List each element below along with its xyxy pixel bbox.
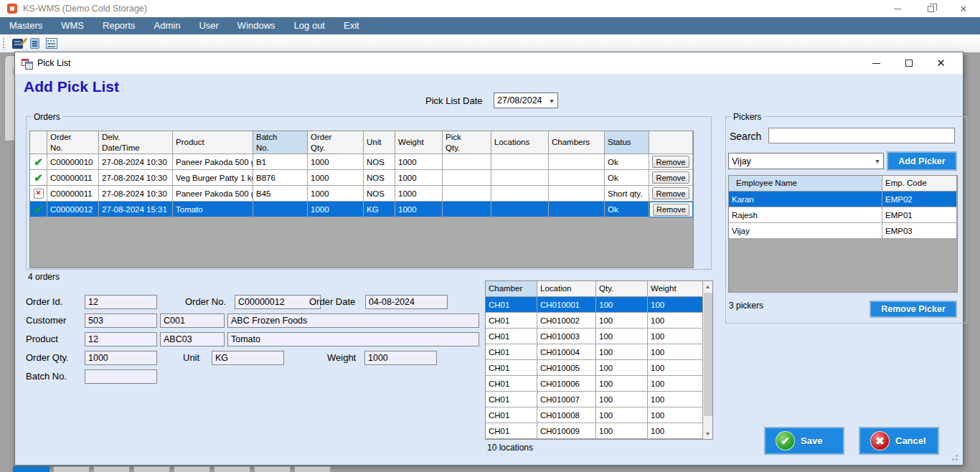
data-grid-icon[interactable]: [44, 37, 60, 51]
customer-code-field[interactable]: [160, 313, 225, 328]
orders-column-header[interactable]: [30, 131, 47, 154]
grid-cell[interactable]: C00000010: [47, 154, 99, 170]
toolbar-grip[interactable]: [2, 37, 5, 50]
grid-cell[interactable]: Ok: [605, 202, 649, 217]
picker-select-combo[interactable]: Vijay ▾: [728, 153, 884, 169]
grid-cell[interactable]: CH010005: [537, 360, 596, 376]
grid-cell[interactable]: 100: [648, 297, 703, 313]
orders-column-header[interactable]: Order No.: [47, 131, 99, 154]
grid-cell[interactable]: EMP01: [882, 207, 957, 223]
document-list-icon[interactable]: [27, 37, 42, 51]
grid-cell[interactable]: [443, 186, 491, 202]
grid-cell[interactable]: KG: [364, 202, 395, 217]
grid-cell[interactable]: 27-08-2024 10:30: [99, 186, 173, 202]
grid-cell[interactable]: 100: [596, 376, 648, 392]
product-name-field[interactable]: [227, 332, 479, 346]
grid-cell[interactable]: 100: [596, 313, 648, 329]
scroll-up-icon[interactable]: ▲: [703, 281, 712, 292]
grid-cell[interactable]: [443, 154, 491, 170]
mdi-tab[interactable]: [214, 466, 250, 472]
grid-cell[interactable]: NOS: [364, 154, 395, 170]
grid-cell[interactable]: NOS: [364, 186, 395, 202]
grid-cell[interactable]: [549, 154, 605, 170]
resize-grip[interactable]: [950, 453, 958, 461]
grid-cell[interactable]: [491, 154, 549, 170]
grid-cell[interactable]: ✔: [30, 154, 47, 170]
locations-column-header[interactable]: Qty.: [596, 281, 648, 297]
menu-item-wms[interactable]: WMS: [52, 17, 93, 34]
location-row[interactable]: CH01CH010001100100: [486, 297, 712, 313]
location-row[interactable]: CH01CH010002100100: [486, 313, 712, 329]
mdi-tab[interactable]: [174, 466, 210, 472]
grid-cell[interactable]: 1000: [395, 170, 443, 186]
cancel-button[interactable]: ✖ Cancel: [859, 428, 938, 454]
orders-column-header[interactable]: Weight: [395, 131, 443, 154]
orders-column-header[interactable]: Unit: [364, 131, 395, 154]
grid-cell[interactable]: CH01: [486, 376, 537, 392]
grid-cell[interactable]: 100: [596, 360, 648, 376]
mdi-tab[interactable]: [294, 466, 331, 472]
grid-cell[interactable]: 1000: [308, 170, 364, 186]
orders-column-header[interactable]: Pick Qty.: [443, 131, 491, 154]
grid-cell[interactable]: CH010006: [537, 376, 596, 392]
grid-cell[interactable]: CH010007: [537, 392, 596, 407]
remove-order-button[interactable]: Remove: [652, 156, 689, 168]
picker-row[interactable]: VijayEMP03: [729, 223, 957, 239]
pickers-column-header[interactable]: Emp. Code: [882, 176, 957, 192]
weight-field[interactable]: [364, 351, 437, 365]
grid-cell[interactable]: Karan: [729, 192, 882, 207]
grid-cell[interactable]: CH01: [486, 392, 537, 407]
location-row[interactable]: CH01CH010004100100: [486, 344, 712, 360]
grid-cell[interactable]: 27-08-2024 10:30: [99, 170, 173, 186]
grid-cell[interactable]: [491, 186, 549, 202]
grid-cell[interactable]: 100: [648, 423, 703, 439]
grid-cell[interactable]: Remove: [649, 186, 693, 202]
location-row[interactable]: CH01CH010003100100: [486, 329, 712, 344]
mdi-tab[interactable]: [93, 466, 130, 472]
mdi-tab[interactable]: [254, 466, 291, 472]
orders-column-header[interactable]: Chambers: [549, 131, 605, 154]
grid-cell[interactable]: 100: [648, 313, 703, 329]
orders-column-header[interactable]: Locations: [491, 131, 549, 154]
grid-cell[interactable]: 100: [596, 297, 648, 313]
grid-cell[interactable]: ✔: [30, 202, 47, 217]
grid-cell[interactable]: 1000: [395, 186, 443, 202]
remove-order-button[interactable]: Remove: [653, 204, 689, 216]
pickers-column-header[interactable]: Employee Name: [729, 176, 882, 192]
locations-column-header[interactable]: Location: [537, 281, 596, 297]
main-close-button[interactable]: ✕: [947, 0, 980, 17]
grid-cell[interactable]: CH010008: [537, 407, 596, 423]
grid-cell[interactable]: Vijay: [729, 223, 882, 239]
order-id-field[interactable]: [85, 295, 157, 309]
grid-cell[interactable]: 100: [648, 392, 703, 407]
scrollbar-thumb[interactable]: [704, 293, 712, 416]
grid-cell[interactable]: 27-08-2024 15:31: [99, 202, 173, 217]
book-pencil-icon[interactable]: [9, 37, 25, 51]
orders-column-header[interactable]: Product: [173, 131, 253, 154]
menu-item-windows[interactable]: Windows: [228, 17, 285, 34]
dialog-minimize-button[interactable]: [860, 53, 892, 73]
main-restore-button[interactable]: [914, 0, 947, 17]
grid-cell[interactable]: B1: [253, 154, 308, 170]
mdi-tab[interactable]: [13, 466, 50, 472]
grid-cell[interactable]: Paneer Pakoda 500 g: [173, 154, 253, 170]
orders-column-header[interactable]: [649, 131, 693, 154]
grid-cell[interactable]: Short qty.: [605, 186, 649, 202]
mdi-tab[interactable]: [53, 466, 90, 472]
remove-order-button[interactable]: Remove: [652, 187, 689, 199]
main-minimize-button[interactable]: [881, 0, 914, 17]
order-date-field[interactable]: [365, 295, 448, 309]
grid-cell[interactable]: CH01: [486, 407, 537, 423]
grid-cell[interactable]: CH010009: [537, 423, 596, 439]
orders-row[interactable]: ✔C0000001227-08-2024 15:31Tomato1000KG10…: [30, 202, 693, 217]
search-input[interactable]: [768, 128, 955, 143]
grid-cell[interactable]: 100: [648, 329, 703, 344]
orders-column-header[interactable]: Batch No.: [253, 131, 308, 154]
grid-cell[interactable]: CH01: [486, 423, 537, 439]
batch-no-field[interactable]: [85, 369, 157, 384]
picker-row[interactable]: RajeshEMP01: [729, 207, 957, 223]
menu-item-exit[interactable]: Exit: [334, 17, 369, 34]
grid-cell[interactable]: Veg Burger Patty 1 kg: [173, 170, 253, 186]
save-button[interactable]: ✔ Save: [765, 428, 844, 454]
grid-cell[interactable]: Ok: [605, 154, 649, 170]
